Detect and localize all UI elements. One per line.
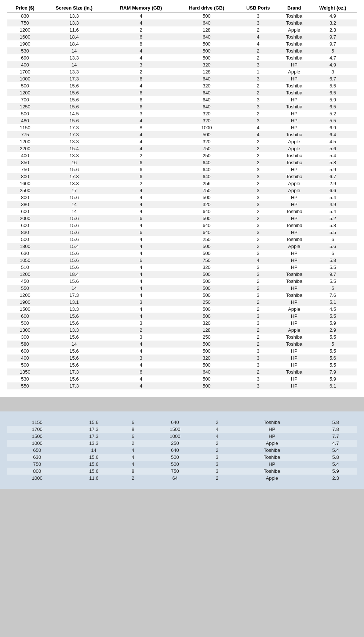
cell-30-3: 640	[176, 222, 237, 229]
cell-44-3: 320	[176, 320, 237, 327]
cell-11-1: 15.6	[43, 89, 105, 96]
cell-53-0: 550	[7, 382, 43, 389]
cell-27-5: HP	[279, 201, 309, 208]
cell-13-3: 640	[176, 103, 237, 110]
cell-22-4: 3	[237, 166, 279, 173]
cell-0-2: 4	[106, 12, 176, 20]
table-row: 105015.667504HP5.8	[7, 257, 357, 264]
cell-48-1: 15.6	[43, 348, 105, 355]
cell-9-4: 3	[237, 75, 279, 82]
cell-32-2: 4	[106, 236, 176, 243]
column-header-6: Weight (oz.)	[309, 4, 357, 12]
cell-23-6: 6.7	[309, 173, 357, 180]
bottom-cell-1-2: 8	[121, 426, 145, 433]
cell-3-3: 640	[176, 33, 237, 40]
cell-31-5: HP	[279, 229, 309, 236]
cell-31-0: 830	[7, 229, 43, 236]
cell-16-0: 1150	[7, 124, 43, 131]
cell-0-1: 13.3	[43, 12, 105, 20]
cell-23-2: 6	[106, 173, 176, 180]
table-row: 55017.345003HP6.1	[7, 382, 357, 389]
cell-43-4: 3	[237, 313, 279, 320]
cell-26-2: 4	[106, 194, 176, 201]
bottom-cell-4-6: 5.4	[314, 447, 357, 454]
table-row: 190018.485004Toshiba9.7	[7, 40, 357, 47]
cell-16-5: HP	[279, 124, 309, 131]
cell-35-3: 750	[176, 257, 237, 264]
cell-52-4: 3	[237, 375, 279, 382]
bottom-cell-5-5: Toshiba	[229, 454, 314, 461]
cell-49-3: 320	[176, 355, 237, 361]
bottom-cell-3-3: 250	[145, 440, 205, 447]
cell-2-5: Apple	[279, 26, 309, 33]
cell-12-0: 700	[7, 96, 43, 103]
bottom-cell-7-5: Toshiba	[229, 468, 314, 475]
cell-18-1: 13.3	[43, 138, 105, 145]
cell-53-5: HP	[279, 382, 309, 389]
cell-4-1: 18.4	[43, 40, 105, 47]
table-row: 75013.346403Toshiba3.2	[7, 19, 357, 26]
cell-35-5: HP	[279, 257, 309, 264]
cell-53-2: 4	[106, 382, 176, 389]
bottom-cell-3-2: 2	[121, 440, 145, 447]
bottom-cell-6-6: 5.4	[314, 461, 357, 468]
cell-44-0: 500	[7, 320, 43, 327]
cell-36-0: 510	[7, 264, 43, 271]
bottom-cell-1-6: 7.8	[314, 426, 357, 433]
cell-5-5: Toshiba	[279, 47, 309, 54]
table-row: 50015.642502Toshiba6	[7, 236, 357, 243]
cell-26-4: 3	[237, 194, 279, 201]
cell-50-6: 5.5	[309, 361, 357, 368]
cell-36-4: 3	[237, 264, 279, 271]
cell-6-1: 13.3	[43, 54, 105, 61]
cell-44-2: 3	[106, 320, 176, 327]
cell-33-1: 15.4	[43, 243, 105, 250]
cell-15-0: 480	[7, 117, 43, 124]
cell-19-0: 2200	[7, 145, 43, 152]
cell-3-2: 6	[106, 33, 176, 40]
bottom-cell-5-2: 4	[121, 454, 145, 461]
cell-18-6: 4.5	[309, 138, 357, 145]
cell-41-6: 5.1	[309, 299, 357, 306]
cell-16-3: 1000	[176, 124, 237, 131]
cell-32-5: Toshiba	[279, 236, 309, 243]
cell-10-0: 500	[7, 82, 43, 89]
cell-46-6: 5.5	[309, 334, 357, 341]
cell-49-5: HP	[279, 355, 309, 361]
bottom-cell-2-6: 7.7	[314, 433, 357, 440]
bottom-cell-5-6: 5.8	[314, 454, 357, 461]
table-row: 6501446402Toshiba5.4	[7, 447, 357, 454]
cell-30-1: 15.6	[43, 222, 105, 229]
cell-46-4: 2	[237, 334, 279, 341]
cell-43-0: 600	[7, 313, 43, 320]
bottom-cell-1-5: HP	[229, 426, 314, 433]
table-row: 190013.132502HP5.1	[7, 299, 357, 306]
cell-11-6: 6.5	[309, 89, 357, 96]
cell-29-0: 2000	[7, 215, 43, 222]
cell-27-1: 14	[43, 201, 105, 208]
cell-48-3: 500	[176, 348, 237, 355]
cell-0-0: 830	[7, 12, 43, 20]
cell-24-5: Apple	[279, 180, 309, 187]
bottom-cell-0-5: Toshiba	[229, 419, 314, 426]
cell-50-0: 500	[7, 361, 43, 368]
bottom-cell-4-4: 2	[205, 447, 229, 454]
table-row: 75015.645003HP5.4	[7, 461, 357, 468]
cell-29-5: HP	[279, 215, 309, 222]
cell-32-4: 2	[237, 236, 279, 243]
cell-12-4: 3	[237, 96, 279, 103]
bottom-cell-8-3: 64	[145, 475, 205, 482]
cell-38-1: 15.6	[43, 278, 105, 285]
table-row: 125015.666403Toshiba6.5	[7, 103, 357, 110]
cell-47-4: 2	[237, 341, 279, 348]
cell-52-2: 4	[106, 375, 176, 382]
cell-45-6: 2.9	[309, 327, 357, 334]
cell-16-1: 17.3	[43, 124, 105, 131]
cell-51-3: 640	[176, 368, 237, 375]
table-row: 5801445002Toshiba5	[7, 341, 357, 348]
bottom-cell-4-5: Toshiba	[229, 447, 314, 454]
table-row: 4001433203HP4.9	[7, 61, 357, 68]
table-row: 150017.3610004HP7.7	[7, 433, 357, 440]
column-header-4: USB Ports	[237, 4, 279, 12]
cell-5-6: 5	[309, 47, 357, 54]
